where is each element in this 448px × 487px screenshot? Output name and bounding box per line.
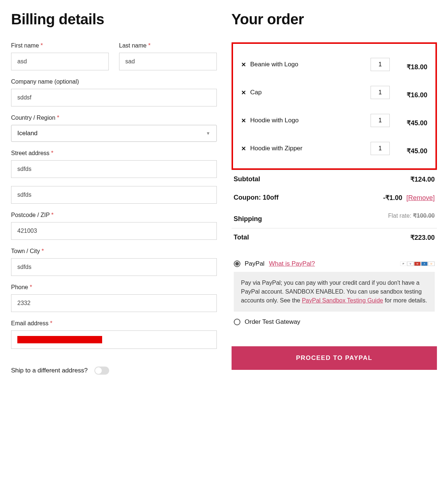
phone-label: Phone *: [11, 284, 217, 291]
item-price: ₹16.00: [394, 91, 427, 99]
item-qty-input[interactable]: [371, 142, 390, 155]
paypal-radio[interactable]: [234, 260, 240, 267]
shipping-value: Flat rate: ₹100.00: [388, 212, 435, 219]
shipping-label: Shipping: [234, 212, 262, 223]
card-icons: P V M A D: [400, 262, 435, 266]
city-label: Town / City *: [11, 248, 217, 255]
item-qty-input[interactable]: [371, 114, 390, 127]
what-is-paypal-link[interactable]: What is PayPal?: [269, 260, 315, 267]
paypal-description: Pay via PayPal; you can pay with your cr…: [234, 272, 435, 312]
billing-title: Billing details: [11, 11, 217, 28]
order-items-box: ✕Beanie with Logo₹18.00✕Cap₹16.00✕Hoodie…: [232, 42, 437, 170]
item-name: Beanie with Logo: [250, 61, 367, 68]
mastercard-icon: M: [414, 262, 421, 266]
item-price: ₹45.00: [394, 119, 427, 127]
coupon-remove-link[interactable]: [Remove]: [406, 194, 435, 202]
order-item: ✕Hoodie with Zipper₹45.00: [241, 142, 428, 155]
last-name-label: Last name *: [119, 42, 217, 49]
discover-icon: D: [428, 262, 435, 266]
amex-icon: A: [421, 262, 428, 266]
paypal-sandbox-guide-link[interactable]: PayPal Sandbox Testing Guide: [302, 297, 383, 304]
item-name: Hoodie with Logo: [250, 117, 367, 124]
chevron-down-icon: ▼: [206, 131, 211, 136]
item-qty-input[interactable]: [371, 58, 390, 71]
email-label: Email address *: [11, 320, 217, 327]
postcode-label: Postcode / ZIP *: [11, 212, 217, 218]
email-field[interactable]: [11, 330, 217, 349]
first-name-field[interactable]: [11, 53, 109, 70]
item-qty-input[interactable]: [371, 86, 390, 99]
item-name: Cap: [250, 89, 367, 96]
first-name-label: First name *: [11, 42, 109, 49]
street1-field[interactable]: [11, 160, 217, 178]
subtotal-value: ₹124.00: [410, 175, 435, 183]
email-redacted: [17, 336, 102, 343]
remove-item-icon[interactable]: ✕: [241, 117, 246, 124]
city-field[interactable]: [11, 258, 217, 276]
postcode-field[interactable]: [11, 222, 217, 240]
coupon-value: -₹1.00: [383, 194, 402, 202]
order-item: ✕Hoodie with Logo₹45.00: [241, 114, 428, 127]
item-price: ₹18.00: [394, 63, 427, 71]
visa-icon: V: [407, 262, 414, 266]
item-price: ₹45.00: [394, 147, 427, 155]
test-gateway-label: Order Test Gateway: [245, 318, 301, 326]
test-gateway-radio[interactable]: [234, 319, 240, 325]
company-field[interactable]: [11, 89, 217, 106]
remove-item-icon[interactable]: ✕: [241, 61, 246, 68]
country-select[interactable]: Iceland ▼: [11, 125, 217, 142]
remove-item-icon[interactable]: ✕: [241, 145, 246, 152]
last-name-field[interactable]: [119, 53, 217, 70]
street2-field[interactable]: [11, 186, 217, 204]
order-item: ✕Cap₹16.00: [241, 86, 428, 99]
order-title: Your order: [232, 11, 437, 28]
ship-different-toggle[interactable]: [94, 367, 109, 375]
country-value: Iceland: [17, 130, 38, 137]
company-label: Company name (optional): [11, 78, 217, 85]
order-item: ✕Beanie with Logo₹18.00: [241, 58, 428, 71]
country-label: Country / Region *: [11, 115, 217, 121]
coupon-label: Coupon: 10off: [234, 194, 279, 202]
phone-field[interactable]: [11, 294, 217, 312]
remove-item-icon[interactable]: ✕: [241, 89, 246, 96]
subtotal-label: Subtotal: [234, 175, 260, 183]
paypal-label: PayPal: [245, 260, 265, 267]
street-label: Street address *: [11, 150, 217, 157]
paypal-icon: P: [400, 262, 407, 266]
item-name: Hoodie with Zipper: [250, 145, 367, 152]
proceed-to-paypal-button[interactable]: PROCEED TO PAYPAL: [232, 346, 437, 370]
ship-different-label: Ship to a different address?: [11, 367, 88, 374]
total-label: Total: [234, 234, 249, 242]
total-value: ₹223.00: [410, 234, 435, 242]
